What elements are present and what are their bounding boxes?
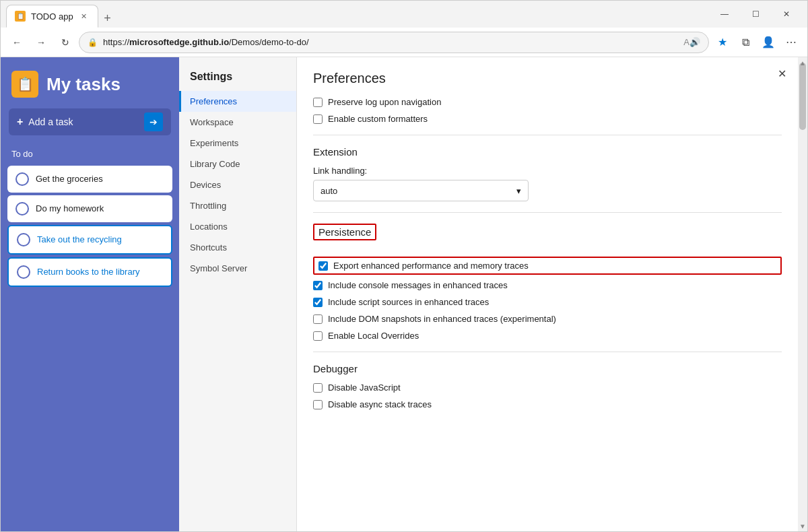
task-item[interactable]: Do my homework bbox=[7, 195, 172, 222]
export-traces-label: Export enhanced performance and memory t… bbox=[333, 261, 529, 271]
collections-button[interactable]: ⧉ bbox=[735, 32, 756, 53]
add-task-bar[interactable]: + Add a task ➔ bbox=[9, 108, 171, 135]
custom-formatters-label: Enable custom formatters bbox=[328, 114, 428, 124]
chevron-down-icon: ▾ bbox=[516, 186, 521, 196]
debugger-heading: Debugger bbox=[313, 363, 782, 374]
task-item[interactable]: Get the groceries bbox=[7, 166, 172, 193]
task-list: Get the groceries Do my homework Take ou… bbox=[1, 164, 179, 288]
settings-item-throttling[interactable]: Throttling bbox=[179, 195, 296, 216]
task-checkbox[interactable] bbox=[15, 202, 29, 215]
add-task-arrow-button[interactable]: ➔ bbox=[144, 112, 163, 131]
scrollbar-thumb[interactable] bbox=[799, 63, 806, 130]
section-divider bbox=[313, 135, 782, 135]
tab-close-button[interactable]: ✕ bbox=[79, 11, 90, 22]
local-overrides-label: Enable Local Overrides bbox=[328, 331, 419, 341]
url-display: https://microsoftedge.github.io/Demos/de… bbox=[103, 37, 678, 47]
settings-content: ✕ Preferences Preserve log upon navigati… bbox=[297, 57, 798, 531]
back-button[interactable]: ← bbox=[6, 32, 28, 53]
section-divider-3 bbox=[313, 352, 782, 352]
navigation-bar: ← → ↻ 🔒 https://microsoftedge.github.io/… bbox=[1, 28, 807, 57]
todo-app-title: My tasks bbox=[46, 74, 121, 95]
scroll-up-arrow[interactable]: ▲ bbox=[798, 57, 807, 68]
link-handling-dropdown[interactable]: auto ▾ bbox=[313, 180, 529, 201]
task-text: Take out the recycling bbox=[37, 234, 122, 246]
settings-sidebar: Settings Preferences Workspace Experimen… bbox=[179, 57, 297, 531]
preferences-title: Preferences bbox=[313, 71, 782, 86]
export-traces-row: Export enhanced performance and memory t… bbox=[313, 257, 782, 275]
extension-heading: Extension bbox=[313, 146, 782, 158]
new-tab-button[interactable]: + bbox=[98, 9, 117, 28]
minimize-button[interactable]: — bbox=[709, 3, 740, 25]
lock-icon: 🔒 bbox=[88, 38, 98, 47]
task-text: Return books to the library bbox=[37, 267, 139, 278]
custom-formatters-checkbox[interactable] bbox=[313, 114, 323, 124]
maximize-button[interactable]: ☐ bbox=[740, 3, 771, 25]
local-overrides-row: Enable Local Overrides bbox=[313, 331, 782, 341]
console-messages-label: Include console messages in enhanced tra… bbox=[328, 280, 508, 290]
script-sources-label: Include script sources in enhanced trace… bbox=[328, 297, 489, 307]
settings-item-library-code[interactable]: Library Code bbox=[179, 154, 296, 174]
settings-item-shortcuts[interactable]: Shortcuts bbox=[179, 237, 296, 258]
custom-formatters-row: Enable custom formatters bbox=[313, 114, 782, 124]
local-overrides-checkbox[interactable] bbox=[313, 331, 323, 341]
devtools-close-button[interactable]: ✕ bbox=[774, 65, 790, 81]
refresh-button[interactable]: ↻ bbox=[55, 32, 76, 53]
task-checkbox[interactable] bbox=[15, 172, 29, 186]
dom-snapshots-checkbox[interactable] bbox=[313, 314, 323, 324]
profile-button[interactable]: 👤 bbox=[758, 32, 779, 53]
settings-item-devices[interactable]: Devices bbox=[179, 174, 296, 195]
main-content: 📋 My tasks + Add a task ➔ To do Get the … bbox=[1, 57, 807, 531]
browser-window: 📋 TODO app ✕ + — ☐ ✕ ← → ↻ 🔒 https://mic… bbox=[0, 0, 808, 532]
task-checkbox[interactable] bbox=[17, 265, 30, 279]
disable-js-label: Disable JavaScript bbox=[328, 383, 401, 393]
dropdown-value: auto bbox=[321, 186, 337, 196]
export-traces-checkbox[interactable] bbox=[318, 261, 328, 271]
todo-app-icon: 📋 bbox=[11, 71, 38, 98]
scroll-down-arrow[interactable]: ▼ bbox=[798, 521, 807, 531]
disable-js-row: Disable JavaScript bbox=[313, 383, 782, 393]
task-text: Get the groceries bbox=[36, 174, 103, 185]
settings-item-locations[interactable]: Locations bbox=[179, 216, 296, 237]
devtools-panel: Settings Preferences Workspace Experimen… bbox=[179, 57, 807, 531]
link-handling-label: Link handling: bbox=[313, 166, 782, 176]
todo-sidebar: 📋 My tasks + Add a task ➔ To do Get the … bbox=[1, 57, 179, 531]
preserve-log-checkbox[interactable] bbox=[313, 98, 323, 107]
disable-js-checkbox[interactable] bbox=[313, 383, 323, 393]
settings-item-workspace[interactable]: Workspace bbox=[179, 112, 296, 133]
script-sources-row: Include script sources in enhanced trace… bbox=[313, 297, 782, 307]
task-text: Do my homework bbox=[36, 203, 104, 215]
scrollbar[interactable]: ▲ ▼ bbox=[798, 57, 807, 531]
disable-async-label: Disable async stack traces bbox=[328, 399, 432, 409]
settings-item-preferences[interactable]: Preferences bbox=[179, 91, 296, 112]
task-item[interactable]: Return books to the library bbox=[7, 257, 172, 287]
add-task-label: Add a task bbox=[28, 117, 139, 127]
add-task-plus-icon: + bbox=[17, 116, 23, 128]
address-bar[interactable]: 🔒 https://microsoftedge.github.io/Demos/… bbox=[79, 32, 709, 53]
tab-favicon: 📋 bbox=[15, 11, 26, 22]
todo-section-label: To do bbox=[1, 146, 179, 164]
preserve-log-label: Preserve log upon navigation bbox=[328, 97, 441, 107]
settings-title: Settings bbox=[179, 65, 296, 91]
settings-item-symbol-server[interactable]: Symbol Server bbox=[179, 258, 296, 279]
settings-item-experiments[interactable]: Experiments bbox=[179, 133, 296, 154]
task-checkbox[interactable] bbox=[17, 233, 30, 246]
tab-title: TODO app bbox=[31, 11, 73, 22]
script-sources-checkbox[interactable] bbox=[313, 298, 323, 307]
disable-async-checkbox[interactable] bbox=[313, 400, 323, 409]
console-messages-checkbox[interactable] bbox=[313, 281, 323, 290]
menu-button[interactable]: ⋯ bbox=[780, 32, 802, 53]
section-divider-2 bbox=[313, 212, 782, 213]
active-tab[interactable]: 📋 TODO app ✕ bbox=[6, 5, 98, 28]
persistence-heading: Persistence bbox=[313, 224, 376, 240]
preserve-log-row: Preserve log upon navigation bbox=[313, 97, 782, 107]
title-bar: 📋 TODO app ✕ + — ☐ ✕ bbox=[1, 1, 807, 28]
disable-async-row: Disable async stack traces bbox=[313, 399, 782, 409]
close-button[interactable]: ✕ bbox=[771, 3, 802, 25]
task-item[interactable]: Take out the recycling bbox=[7, 225, 172, 255]
forward-button[interactable]: → bbox=[30, 32, 52, 53]
todo-header: 📋 My tasks bbox=[1, 57, 179, 108]
dom-snapshots-row: Include DOM snapshots in enhanced traces… bbox=[313, 314, 782, 324]
favorites-button[interactable]: ★ bbox=[712, 32, 733, 53]
console-messages-row: Include console messages in enhanced tra… bbox=[313, 280, 782, 290]
reader-mode-icon: A🔊 bbox=[683, 37, 700, 47]
